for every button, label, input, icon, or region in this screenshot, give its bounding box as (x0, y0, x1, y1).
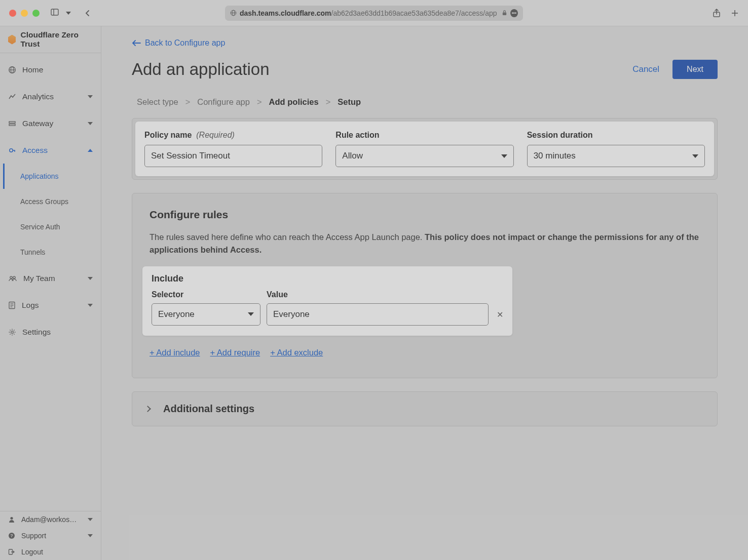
gateway-icon (8, 119, 16, 128)
column-label: Selector (152, 290, 260, 299)
svg-point-14 (10, 148, 13, 151)
sidebar-subitem-service-auth[interactable]: Service Auth (3, 214, 101, 239)
chevron-down-icon[interactable] (66, 12, 71, 15)
sidebar-footer: Adam@workos.com… ? Support Lo (0, 511, 101, 560)
policy-name-field: Policy name (Required) (144, 131, 322, 167)
column-label: Value (267, 290, 489, 299)
sidebar-item-access[interactable]: Access (0, 137, 101, 164)
sidebar-item-label: Logs (22, 301, 39, 310)
breadcrumb-step[interactable]: Configure app (197, 97, 250, 107)
share-icon[interactable] (713, 9, 721, 18)
header-actions: Cancel Next (632, 60, 718, 79)
chevron-down-icon (88, 277, 93, 280)
minimize-window-button[interactable] (21, 10, 28, 17)
window-controls (9, 10, 40, 17)
footer-logout[interactable]: Logout (0, 544, 101, 560)
footer-support[interactable]: ? Support (0, 528, 101, 544)
sidebar-nav: Home Analytics Gateway (0, 53, 101, 511)
select-value: 30 minutes (534, 151, 576, 161)
sidebar-access-submenu: Applications Access Groups Service Auth … (0, 164, 101, 265)
back-link[interactable]: Back to Configure app (132, 38, 225, 48)
breadcrumb-step: Setup (338, 97, 361, 107)
lock-icon (502, 10, 507, 16)
sidebar-item-label: Settings (22, 328, 51, 337)
add-require-link[interactable]: + Add require (210, 348, 260, 357)
field-label: Session duration (527, 131, 705, 140)
chevron-down-icon (88, 518, 93, 521)
footer-user-label: Adam@workos.com… (21, 515, 77, 524)
select-value: Everyone (158, 309, 195, 319)
sidebar-subitem-access-groups[interactable]: Access Groups (3, 189, 101, 214)
fullscreen-window-button[interactable] (32, 10, 40, 17)
sidebar-item-label: Gateway (22, 119, 53, 128)
app-frame: Cloudflare Zero Trust Home Analytics (0, 26, 748, 560)
svg-rect-13 (9, 124, 15, 126)
url-text: dash.teams.cloudflare.com/ab62d3ae63dd1b… (240, 9, 497, 17)
browser-chrome: dash.teams.cloudflare.com/ab62d3ae63dd1b… (0, 0, 748, 26)
sidebar-item-gateway[interactable]: Gateway (0, 110, 101, 137)
sidebar-toggle-icon[interactable] (51, 8, 59, 18)
svg-rect-5 (503, 13, 506, 15)
sidebar-item-label: Access (22, 146, 48, 155)
logout-icon (8, 548, 15, 555)
policy-card: Policy name (Required) Rule action Allow… (135, 122, 714, 176)
sidebar-item-analytics[interactable]: Analytics (0, 83, 101, 110)
arrow-left-icon (132, 39, 141, 47)
chevron-down-icon (248, 312, 254, 316)
sidebar-item-settings[interactable]: Settings (0, 318, 101, 345)
remove-rule-button[interactable]: ✕ (497, 310, 503, 326)
add-exclude-link[interactable]: + Add exclude (270, 348, 323, 357)
close-window-button[interactable] (9, 10, 16, 17)
session-duration-select[interactable]: 30 minutes (527, 145, 705, 167)
svg-point-23 (11, 331, 14, 333)
sidebar-item-home[interactable]: Home (0, 56, 101, 83)
sidebar-subitem-applications[interactable]: Applications (3, 164, 101, 189)
home-icon (8, 66, 16, 74)
breadcrumb-step-current: Add policies (269, 97, 319, 107)
additional-settings-panel[interactable]: Additional settings (132, 391, 718, 426)
sidebar-item-my-team[interactable]: My Team (0, 265, 101, 292)
sidebar-subitem-tunnels[interactable]: Tunnels (3, 239, 101, 265)
policy-panel: Policy name (Required) Rule action Allow… (132, 118, 718, 180)
sidebar-item-logs[interactable]: Logs (0, 292, 101, 318)
rules-title: Configure rules (149, 209, 700, 221)
chevron-down-icon (88, 304, 93, 307)
chevron-right-icon (144, 406, 151, 412)
next-button[interactable]: Next (672, 60, 718, 79)
value-input[interactable] (267, 303, 489, 326)
cancel-button[interactable]: Cancel (632, 64, 659, 74)
policy-name-input[interactable] (144, 145, 322, 167)
svg-rect-0 (51, 9, 58, 15)
url-bar[interactable]: dash.teams.cloudflare.com/ab62d3ae63dd1b… (225, 6, 523, 21)
sidebar-item-label: Analytics (22, 92, 54, 101)
brand-header[interactable]: Cloudflare Zero Trust (0, 26, 101, 53)
new-tab-icon[interactable] (731, 9, 739, 17)
breadcrumb-step[interactable]: Select type (137, 97, 178, 107)
selector-select[interactable]: Everyone (152, 303, 260, 326)
value-column: Value (267, 290, 489, 326)
back-icon[interactable] (84, 10, 91, 17)
reader-icon[interactable]: ••• (510, 9, 518, 17)
footer-support-label: Support (21, 532, 46, 540)
footer-user[interactable]: Adam@workos.com… (0, 511, 101, 528)
page-header: Add an application Cancel Next (132, 60, 718, 79)
include-title: Include (152, 273, 503, 284)
session-duration-field: Session duration 30 minutes (527, 131, 705, 167)
breadcrumbs: Select type > Configure app > Add polici… (132, 97, 718, 107)
rule-actions: + Add include + Add require + Add exclud… (149, 348, 700, 357)
breadcrumb-separator: > (326, 97, 331, 107)
svg-text:?: ? (10, 533, 13, 538)
include-card: Include Selector Everyone Value ✕ (142, 266, 512, 336)
breadcrumb-separator: > (185, 97, 191, 107)
add-include-link[interactable]: + Add include (149, 348, 200, 357)
sidebar-item-label: Home (22, 65, 43, 74)
include-row: Selector Everyone Value ✕ (152, 290, 503, 326)
access-icon (8, 146, 16, 154)
rule-action-select[interactable]: Allow (335, 145, 513, 167)
chevron-down-icon (88, 95, 93, 98)
logs-icon (8, 301, 16, 309)
help-icon: ? (8, 532, 15, 539)
svg-point-24 (10, 517, 13, 519)
additional-settings-title: Additional settings (163, 403, 254, 415)
breadcrumb-separator: > (257, 97, 262, 107)
